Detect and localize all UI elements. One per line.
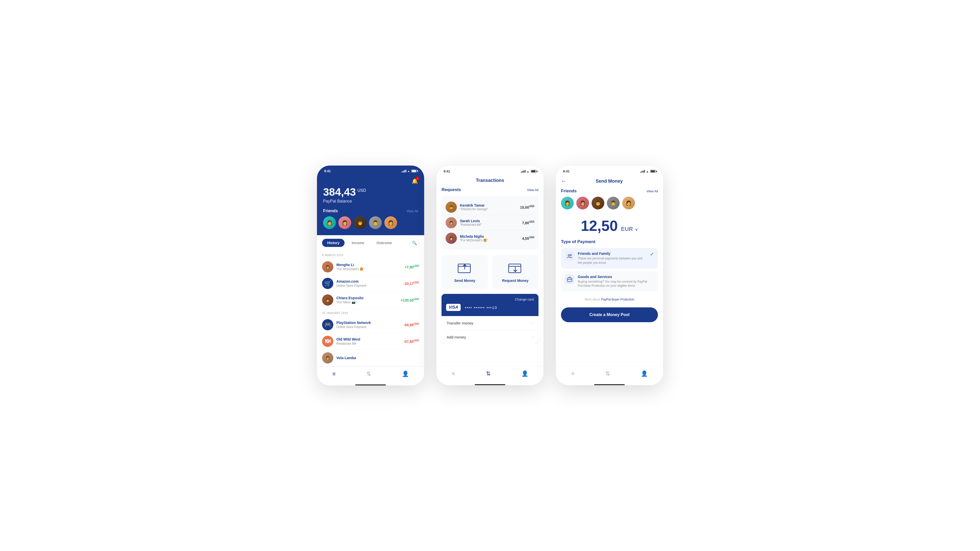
battery-icon-2 — [531, 170, 536, 173]
friends-section: Friends View All 👩 👩 👨 👨 👩 — [323, 209, 418, 229]
sarah-desc: "Restaurant bill" — [460, 223, 519, 227]
nav3-profile[interactable]: 👤 — [636, 369, 653, 378]
sarah-info: Sarah Levis "Restaurant bill" — [460, 219, 519, 227]
card-header: Change card — [442, 294, 538, 304]
add-money-label: Add money — [447, 335, 466, 339]
transaction-oldwildwest[interactable]: 🍽 Old Wild West Restaurant Bill -57,80US… — [322, 333, 419, 350]
amazon-info: Amazon.com Online Store Payment — [336, 279, 401, 287]
request-kendrik[interactable]: 👨 Kendrik Tamar "Present for George" 15,… — [445, 200, 535, 215]
sarah-amount: 7,80USD — [522, 221, 535, 225]
request-sarah[interactable]: 👩 Sarah Levis "Restaurant bill" 7,80USD — [445, 215, 535, 230]
restaurant-amount: -57,80USD — [404, 339, 419, 344]
requests-card: 👨 Kendrik Tamar "Present for George" 15,… — [442, 196, 538, 249]
transaction-vela[interactable]: 👩 Vela Lamba — [322, 350, 419, 366]
payment-option-friends[interactable]: Friends and Family These are personal pa… — [561, 248, 658, 268]
send-friend-1[interactable]: 👩 — [561, 197, 574, 210]
balance-label: PayPal Balance — [323, 199, 418, 203]
payment-option-goods[interactable]: Goods and Services Buying something? You… — [561, 271, 658, 292]
amount-display: 12,50 EUR ∨ — [556, 210, 663, 239]
transaction-list: 8 MARCH 2019 👩 Menghe Li "For McDonald's… — [317, 251, 424, 366]
home-indicator-1 — [355, 384, 386, 386]
friend-avatar-4[interactable]: 👨 — [369, 216, 382, 229]
playstation-info: PlayStation Network Online Store Payment — [336, 321, 401, 329]
restaurant-avatar: 🍽 — [322, 336, 333, 347]
friends-family-desc: These are personal payments between you … — [578, 256, 646, 265]
kendrik-amount: 15,00USD — [520, 205, 535, 210]
phone1-status-icons: ▲ — [402, 170, 417, 172]
send-friend-3[interactable]: 👨 — [592, 197, 605, 210]
phone-1: 9:41 ▲ 🔔 1 384,43USD PayPal Balance — [317, 165, 424, 386]
transaction-playstation[interactable]: 🎮 PlayStation Network Online Store Payme… — [322, 317, 419, 333]
tab-history[interactable]: History — [322, 239, 345, 247]
nav2-transactions[interactable]: ⇅ — [481, 369, 496, 378]
send-money-title: Send Money — [566, 179, 652, 184]
notification-badge: 1 — [416, 177, 419, 180]
friend-avatar-1[interactable]: 👩 — [323, 216, 336, 229]
nav3-home[interactable]: ≡ — [566, 369, 579, 378]
create-pool-button[interactable]: Create a Money Pool — [561, 307, 658, 322]
request-money-icon — [508, 261, 522, 275]
request-michela[interactable]: 👩 Michela Niglio "For McDonald's 🍔" 4,55… — [445, 230, 535, 246]
send-friends-label: Friends — [561, 189, 576, 194]
search-button[interactable]: 🔍 — [410, 238, 419, 248]
friends-label: Friends — [323, 209, 338, 213]
nav-transactions[interactable]: ⇅ — [361, 370, 376, 378]
nav-profile[interactable]: 👤 — [397, 370, 414, 378]
card-actions: Transfer money › Add money › — [442, 316, 538, 344]
action-buttons: Send Money Request Money — [436, 250, 544, 294]
playstation-amount: -59,99USD — [404, 322, 419, 327]
friends-family-info: Friends and Family These are personal pa… — [578, 251, 646, 265]
menghe-desc: "For McDonald's 🍔" — [336, 267, 401, 271]
send-money-card[interactable]: Send Money — [442, 255, 488, 289]
transfer-money-item[interactable]: Transfer money › — [442, 316, 538, 330]
currency-chevron[interactable]: ∨ — [635, 227, 638, 232]
requests-view-all[interactable]: View All — [527, 188, 538, 192]
tab-income[interactable]: Income — [347, 239, 369, 247]
buyer-protection: More about PayPal Buyer Protection — [556, 294, 663, 305]
tab-outcome[interactable]: Outcome — [371, 239, 397, 247]
send-friends-view-all[interactable]: View All — [646, 189, 658, 193]
goods-services-icon — [565, 275, 574, 284]
transfer-money-label: Transfer money — [447, 321, 473, 325]
phone1-time: 9:41 — [324, 169, 331, 173]
card-section: Change card VISA •••• •••••• •••10 Trans… — [442, 294, 538, 344]
request-money-card[interactable]: Request Money — [492, 255, 538, 289]
back-button[interactable]: ← — [561, 178, 566, 184]
transaction-chiara[interactable]: 👩 Chiara Esposito "For Nikon 📷" +130,50U… — [322, 292, 419, 308]
home-indicator-2 — [475, 384, 505, 385]
friend-avatar-3[interactable]: 👨 — [354, 216, 366, 229]
michela-desc: "For McDonald's 🍔" — [460, 238, 519, 242]
send-friend-2[interactable]: 👩 — [576, 197, 589, 210]
send-friend-5[interactable]: 👩 — [622, 197, 635, 210]
visa-badge: VISA — [446, 304, 461, 311]
requests-section: Requests View All 👨 Kendrik Tamar "Prese… — [436, 187, 544, 249]
nav3-transactions[interactable]: ⇅ — [600, 369, 615, 378]
add-money-item[interactable]: Add money › — [442, 330, 538, 344]
send-friend-4[interactable]: 👨 — [607, 197, 620, 210]
transaction-amazon[interactable]: 🛒 Amazon.com Online Store Payment -33,17… — [322, 275, 419, 292]
transaction-menghe[interactable]: 👩 Menghe Li "For McDonald's 🍔" +7,90USD — [322, 259, 419, 275]
nav-home[interactable]: ≡ — [327, 370, 341, 378]
home-indicator-3 — [594, 384, 625, 385]
payment-type-title: Type of Payment — [561, 239, 658, 245]
friend-avatar-2[interactable]: 👩 — [339, 216, 351, 229]
requests-label: Requests — [442, 187, 461, 192]
change-card-btn[interactable]: Change card — [515, 297, 534, 301]
nav2-home[interactable]: ≡ — [447, 369, 460, 378]
vela-info: Vela Lamba — [336, 356, 419, 360]
transaction-tabs: History Income Outcome 🔍 — [317, 235, 424, 251]
chiara-amount: +130,50USD — [401, 298, 419, 302]
nav2-profile[interactable]: 👤 — [516, 369, 533, 378]
friends-view-all[interactable]: View All — [407, 209, 418, 213]
menghe-amount: +7,90USD — [404, 265, 419, 269]
date-divider-1: 8 MARCH 2019 — [322, 251, 419, 259]
payment-type-section: Type of Payment Friends and Family These… — [556, 239, 663, 292]
friends-family-title: Friends and Family — [578, 251, 646, 256]
phone3-time: 9:41 — [563, 169, 570, 173]
friend-avatar-5[interactable]: 👩 — [384, 216, 397, 229]
goods-services-desc: Buying something? You may be covered by … — [578, 279, 654, 288]
phone2-time: 9:41 — [444, 169, 450, 173]
signal-icon — [402, 170, 406, 172]
buyer-protection-link[interactable]: PayPal Buyer Protection — [601, 298, 634, 301]
notification-bell[interactable]: 🔔 1 — [412, 178, 418, 184]
